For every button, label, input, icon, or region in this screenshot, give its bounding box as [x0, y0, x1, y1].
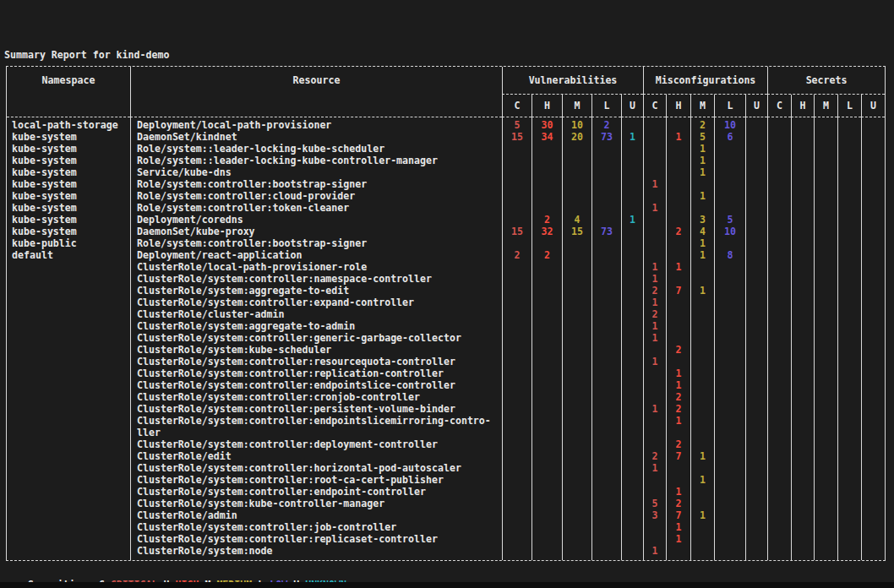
severity-cell-secrets-U	[861, 462, 885, 474]
namespace-cell	[7, 261, 130, 273]
severity-cell-vulnerabilities-C	[502, 368, 531, 379]
severity-cell-vulnerabilities-C	[502, 545, 531, 560]
namespace-cell	[7, 297, 130, 308]
severity-cell-misconfigurations-M: 1	[690, 249, 714, 261]
severity-cell-secrets-H	[791, 474, 814, 486]
severity-cell-secrets-H	[791, 486, 814, 498]
severity-cell-misconfigurations-M: 1	[690, 155, 714, 166]
severity-cell-secrets-C	[767, 379, 791, 391]
severity-cell-misconfigurations-U	[745, 285, 767, 297]
severity-cell-misconfigurations-M	[690, 344, 714, 356]
severity-cell-vulnerabilities-M: 10	[562, 117, 591, 131]
severity-cell-vulnerabilities-U	[621, 415, 643, 438]
severity-cell-secrets-U	[861, 474, 885, 486]
severity-cell-vulnerabilities-U	[621, 261, 643, 273]
severity-cell-misconfigurations-H: 1	[666, 131, 690, 143]
severity-cell-misconfigurations-M	[690, 178, 714, 190]
severity-cell-vulnerabilities-U	[621, 273, 643, 285]
severity-cell-vulnerabilities-M: 15	[562, 226, 591, 237]
severity-cell-misconfigurations-H: 2	[666, 226, 690, 237]
severity-cell-misconfigurations-M	[690, 379, 714, 391]
severity-cell-secrets-C	[767, 131, 791, 143]
resource-cell: Role/system:controller:token-cleaner	[130, 202, 502, 214]
severity-cell-misconfigurations-U	[745, 344, 767, 356]
severity-cell-misconfigurations-U	[745, 226, 767, 237]
severity-cell-misconfigurations-M	[690, 403, 714, 415]
severity-cell-secrets-M	[814, 509, 837, 521]
severity-cell-secrets-U	[861, 332, 885, 344]
severity-cell-vulnerabilities-L	[591, 474, 621, 486]
severity-cell-secrets-U	[861, 261, 885, 273]
severity-cell-secrets-L	[837, 486, 861, 498]
severity-cell-secrets-M	[814, 438, 837, 450]
severity-cell-secrets-L	[837, 356, 861, 368]
severity-cell-secrets-H	[791, 379, 814, 391]
severity-cell-secrets-C	[767, 117, 791, 131]
table-row: ClusterRole/system:controller:deployment…	[7, 438, 885, 450]
severity-cell-vulnerabilities-C	[502, 356, 531, 368]
resource-cell: Deployment/coredns	[130, 214, 502, 226]
terminal-window[interactable]: ●kind-demo in trivy-demo on ?main trivy …	[0, 0, 894, 588]
severity-cell-vulnerabilities-C	[502, 462, 531, 474]
severity-cell-misconfigurations-U	[745, 533, 767, 545]
severity-cell-misconfigurations-U	[745, 438, 767, 450]
severity-cell-misconfigurations-H: 1	[666, 261, 690, 273]
resource-cell: ClusterRole/system:controller:generic-ga…	[130, 332, 502, 344]
severity-cell-misconfigurations-M: 3	[690, 214, 714, 226]
severity-cell-secrets-H	[791, 261, 814, 273]
severity-cell-secrets-L	[837, 214, 861, 226]
severity-cell-secrets-U	[861, 249, 885, 261]
severity-cell-secrets-H	[791, 166, 814, 178]
severity-cell-secrets-M	[814, 166, 837, 178]
severity-cell-vulnerabilities-M	[562, 521, 591, 533]
severity-cell-vulnerabilities-C	[502, 415, 531, 438]
col-header-vulnerabilities-C: C	[502, 95, 531, 117]
severity-cell-vulnerabilities-L: 73	[591, 226, 621, 237]
table-row: ClusterRole/cluster-admin2	[7, 308, 885, 320]
severity-cell-vulnerabilities-M	[562, 320, 591, 332]
severity-cell-misconfigurations-L	[714, 486, 745, 498]
severity-cell-vulnerabilities-M	[562, 237, 591, 249]
severity-cell-vulnerabilities-C	[502, 450, 531, 462]
severity-cell-vulnerabilities-U	[621, 202, 643, 214]
severity-cell-misconfigurations-M: 1	[690, 166, 714, 178]
severity-cell-vulnerabilities-C	[502, 308, 531, 320]
severity-cell-misconfigurations-L	[714, 379, 745, 391]
severity-cell-misconfigurations-C: 1	[643, 297, 666, 308]
severity-cell-misconfigurations-M	[690, 486, 714, 498]
severity-cell-secrets-U	[861, 226, 885, 237]
severity-cell-misconfigurations-U	[745, 117, 767, 131]
resource-cell: ClusterRole/system:controller:replicatio…	[130, 368, 502, 379]
severity-cell-vulnerabilities-H	[531, 155, 562, 166]
severity-cell-secrets-L	[837, 273, 861, 285]
severity-cell-vulnerabilities-H	[531, 498, 562, 509]
severity-cell-vulnerabilities-L	[591, 545, 621, 560]
severity-cell-misconfigurations-U	[745, 498, 767, 509]
table-row: ClusterRole/admin371	[7, 509, 885, 521]
severity-cell-misconfigurations-U	[745, 320, 767, 332]
severity-cell-misconfigurations-U	[745, 143, 767, 155]
namespace-cell: kube-system	[7, 155, 130, 166]
severity-cell-vulnerabilities-H	[531, 308, 562, 320]
severity-cell-secrets-U	[861, 403, 885, 415]
severity-cell-misconfigurations-C	[643, 438, 666, 450]
severity-cell-vulnerabilities-C	[502, 403, 531, 415]
severity-cell-misconfigurations-M: 1	[690, 143, 714, 155]
severity-cell-misconfigurations-L	[714, 297, 745, 308]
severity-cell-misconfigurations-C	[643, 155, 666, 166]
severity-cell-vulnerabilities-H	[531, 450, 562, 462]
severity-cell-secrets-U	[861, 214, 885, 226]
severity-cell-misconfigurations-C	[643, 474, 666, 486]
severity-cell-misconfigurations-L	[714, 521, 745, 533]
namespace-cell	[7, 320, 130, 332]
severity-cell-vulnerabilities-H	[531, 533, 562, 545]
severity-cell-misconfigurations-H	[666, 117, 690, 131]
namespace-cell	[7, 332, 130, 344]
resource-cell: ClusterRole/system:controller:replicaset…	[130, 533, 502, 545]
severity-cell-misconfigurations-C	[643, 226, 666, 237]
severity-cell-misconfigurations-L	[714, 356, 745, 368]
severity-cell-misconfigurations-C	[643, 533, 666, 545]
severity-cell-secrets-C	[767, 214, 791, 226]
severity-cell-secrets-C	[767, 450, 791, 462]
severity-cell-secrets-C	[767, 356, 791, 368]
